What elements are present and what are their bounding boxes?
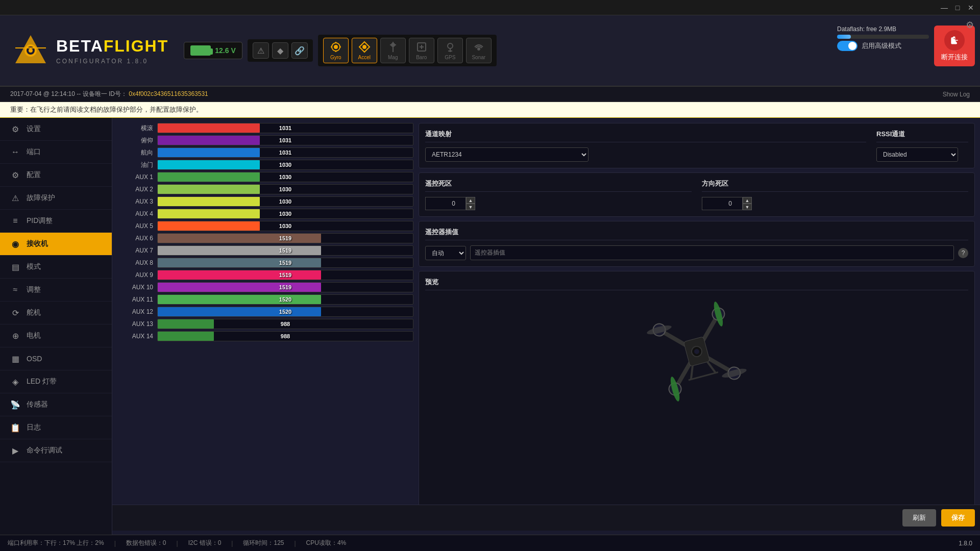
disconnect-button[interactable]: 断开连接	[934, 26, 975, 66]
bottom-buttons: 刷新 保存	[112, 505, 980, 531]
sensor-gyro[interactable]: Gyro	[323, 38, 349, 63]
channel-row: 横滚1031	[117, 123, 413, 133]
deadband-input-box: ▲ ▼	[425, 197, 692, 210]
sidebar-item-leds[interactable]: ◈ LED 灯带	[0, 370, 112, 393]
minimize-btn[interactable]: —	[940, 4, 948, 12]
channel-row: AUX 41030	[117, 209, 413, 219]
sidebar-item-osd[interactable]: ▦ OSD	[0, 347, 112, 370]
deadband-up[interactable]: ▲	[466, 197, 475, 204]
sidebar-item-modes[interactable]: ▤ 模式	[0, 256, 112, 279]
warning-icon[interactable]: ⚠	[253, 42, 269, 59]
channel-row: AUX 61519	[117, 233, 413, 243]
sensor-gps[interactable]: GPS	[437, 38, 463, 63]
channel-bar-container: 1519	[157, 282, 413, 292]
logo-beta: BETA	[56, 37, 104, 55]
logo-title: BETAFLIGHT	[56, 37, 168, 56]
channel-map-panel: 通道映射 AETR1234 RSSI通道 Disabled	[419, 123, 975, 168]
sidebar-item-servos[interactable]: ⟳ 舵机	[0, 302, 112, 324]
cpu-load-status: CPU读取：4%	[306, 539, 347, 547]
cli-icon: ▶	[10, 445, 20, 456]
sensor-mag[interactable]: Mag	[380, 38, 406, 63]
refresh-button[interactable]: 刷新	[902, 509, 936, 527]
sidebar-item-logging[interactable]: 📋 日志	[0, 416, 112, 439]
sensor-baro[interactable]: Baro	[409, 38, 434, 63]
direction-deadband-down[interactable]: ▼	[743, 204, 752, 210]
sensors-icon: 📡	[10, 399, 20, 410]
direction-deadband-input[interactable]	[702, 197, 743, 210]
sensor-icons: Gyro Accel Mag Baro GPS Sonar	[318, 35, 497, 66]
rssi-select[interactable]: Disabled	[876, 147, 958, 162]
advanced-mode-toggle[interactable]	[837, 41, 857, 51]
maximize-btn[interactable]: □	[953, 4, 962, 12]
advanced-toggle: 启用高级模式	[837, 41, 929, 51]
cycle-time-status: 循环时间：125	[243, 539, 284, 547]
disconnect-label: 断开连接	[941, 53, 968, 62]
interp-mode-select[interactable]: 自动	[425, 246, 466, 260]
sidebar-item-adjustments[interactable]: ≈ 调整	[0, 279, 112, 302]
channel-label-aux8: AUX 8	[117, 259, 153, 266]
sidebar-item-settings[interactable]: ⚙ 设置	[0, 118, 112, 141]
advanced-mode-label: 启用高级模式	[862, 41, 901, 51]
sidebar-item-sensors[interactable]: 📡 传感器	[0, 393, 112, 416]
channel-bar-container: 1519	[157, 245, 413, 256]
channel-bar-container: 1031	[157, 147, 413, 158]
show-log-btn[interactable]: Show Log	[943, 91, 970, 98]
sidebar-label-motors: 电机	[27, 331, 41, 340]
logging-icon: 📋	[10, 422, 20, 433]
sidebar-item-cli[interactable]: ▶ 命令行调试	[0, 439, 112, 462]
sidebar-item-config[interactable]: ⚙ 配置	[0, 164, 112, 187]
channel-bar-container: 1030	[157, 221, 413, 231]
sidebar-item-pid[interactable]: ≡ PID调整	[0, 210, 112, 233]
direction-deadband-up[interactable]: ▲	[743, 197, 752, 204]
sidebar-item-receiver[interactable]: ◉ 接收机	[0, 233, 112, 256]
version-status: 1.8.0	[959, 540, 972, 547]
channel-map-select[interactable]: AETR1234	[425, 147, 589, 162]
save-button[interactable]: 保存	[941, 509, 975, 527]
svg-point-7	[363, 45, 366, 48]
channel-bar	[158, 185, 260, 194]
channel-value: 1520	[279, 296, 291, 303]
rssi-title: RSSI通道	[876, 130, 968, 142]
svg-point-3	[29, 48, 33, 53]
sidebar-item-failsafe[interactable]: ⚠ 故障保护	[0, 187, 112, 210]
sidebar-item-motors[interactable]: ⊕ 电机	[0, 324, 112, 347]
diamond-icon[interactable]: ◆	[272, 42, 288, 59]
channel-bar-container: 1030	[157, 184, 413, 194]
logo-flight: FLIGHT	[104, 37, 169, 55]
osd-icon: ▦	[10, 354, 20, 364]
sidebar-label-ports: 端口	[27, 147, 41, 157]
interp-info-icon[interactable]: ?	[958, 248, 968, 258]
sensor-accel[interactable]: Accel	[352, 38, 377, 63]
channel-bar-container: 1519	[157, 233, 413, 243]
channel-bar	[158, 319, 214, 329]
logo-sub: CONFIGURATOR 1.8.0	[56, 58, 168, 65]
channel-value: 1519	[279, 235, 291, 241]
link-icon[interactable]: 🔗	[291, 42, 308, 59]
gyro-label: Gyro	[330, 55, 341, 60]
close-btn[interactable]: ✕	[967, 4, 975, 12]
channel-row: AUX 31030	[117, 196, 413, 207]
config-icon: ⚙	[10, 170, 20, 180]
svg-point-11	[478, 48, 480, 50]
channel-row: 俯仰1031	[117, 135, 413, 145]
channel-value: 1030	[279, 198, 291, 205]
sidebar-item-ports[interactable]: ↔ 端口	[0, 141, 112, 164]
svg-line-27	[689, 372, 718, 381]
sensor-sonar[interactable]: Sonar	[466, 38, 492, 63]
channel-bar	[158, 246, 321, 255]
deadband-input[interactable]	[425, 197, 466, 210]
deadband-down[interactable]: ▼	[466, 204, 475, 210]
sidebar-label-logging: 日志	[27, 423, 41, 432]
channel-row: AUX 111520	[117, 294, 413, 305]
channel-value: 1031	[279, 137, 291, 143]
settings-gear-icon[interactable]: ⚙	[966, 19, 974, 31]
svg-point-6	[334, 45, 337, 48]
channel-bar-container: 1030	[157, 172, 413, 182]
extra-icons: ⚠ ◆ 🔗	[248, 39, 313, 62]
channel-bar	[158, 123, 260, 133]
sidebar-label-adjustments: 调整	[27, 285, 41, 294]
deadband-spinners: ▲ ▼	[466, 197, 475, 210]
channel-row: AUX 13988	[117, 319, 413, 329]
warning-text: 重要：在飞行之前请阅读文档的故障保护部分，并配置故障保护。	[10, 106, 203, 113]
sidebar-label-config: 配置	[27, 170, 41, 180]
